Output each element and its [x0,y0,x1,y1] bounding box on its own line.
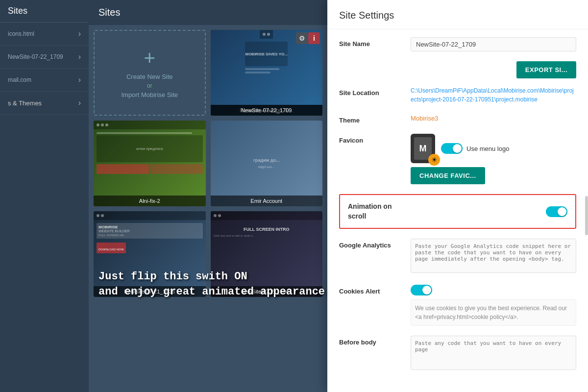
site-card-new1023[interactable]: MOBIRISE WEBSITE BUILDER FULL-SCREEN HE.… [94,211,206,297]
chevron-right-icon: › [78,75,81,84]
google-analytics-value [411,239,576,275]
theme-row: Theme Mobirise3 [339,114,576,124]
site-card-alni[interactable]: ални предлага Alni-fix-2 [94,121,206,206]
plus-icon: + [144,47,155,69]
google-analytics-input[interactable] [411,239,576,273]
sidebar-item-icons[interactable]: icons.html › [0,23,89,46]
sidebar-item-newsite[interactable]: NewSite-07-22_1709 › [0,46,89,69]
thumb-hero-text: MOBIRISE GIVES YO... [245,52,288,56]
site-location-value: C:\Users\DreamPiF\AppData\Local\Mobirise… [411,86,576,104]
toggle-knob [453,144,462,153]
site-name-field-label: Site Name [339,37,403,48]
scrollbar-thumb[interactable] [585,196,588,235]
theme-label: Theme [339,114,403,124]
sidebar-header: Sites [0,0,89,23]
site-name-row: Site Name [339,37,576,51]
site-name-input[interactable] [411,37,576,51]
emir-label-text: Emir Account [250,198,282,204]
cookies-toggle[interactable] [411,285,432,295]
chevron-right-icon: › [78,52,81,61]
site-location-path: C:\Users\DreamPiF\AppData\Local\Mobirise… [411,86,576,104]
new1047-card-label: NewSite-07-21_1047 [211,286,323,297]
emir-card-label: Emir Account [211,196,323,206]
settings-panel: Site Settings Site Name EXPORT SI... Sit… [327,0,588,392]
site-name-label: NewSite-07-22_1709 [211,105,323,116]
create-new-site-card[interactable]: + Create New Site or Import Mobirise Sit… [94,30,206,116]
site-name-text: NewSite-07-22_1709 [241,107,292,113]
sidebar-item-email-label: mail.com [8,76,31,83]
main-content: Sites + Create New Site or Import Mobiri… [89,0,327,392]
new1023-card-label: NewSite-07-21_1023 [94,286,206,297]
site-card-emir[interactable]: градим до... парт-ьо... Emir Account [211,121,323,206]
animation-label: Animation on scroll [348,202,412,221]
new1023-label-text: NewSite-07-21_1023 [124,289,175,294]
change-favicon-button[interactable]: CHANGE FAVIC... [411,167,485,184]
google-analytics-row: Google Analytics [339,239,576,275]
settings-title-text: Site Settings [339,10,394,21]
before-body-label: Before body [339,336,403,346]
before-body-row: Before body [339,336,576,372]
sidebar-item-themes-label: s & Themes [8,99,42,107]
import-label: Import Mobirise Site [121,91,178,98]
sidebar-item-themes[interactable]: s & Themes › [0,92,89,115]
new1047-label-text: NewSite-07-21_1047 [241,289,292,294]
sidebar-item-email[interactable]: mail.com › [0,69,89,92]
google-analytics-label: Google Analytics [339,239,403,249]
create-new-label: Create New Site [126,73,173,80]
animation-toggle-knob [558,207,566,216]
site-location-row: Site Location C:\Users\DreamPiF\AppData\… [339,86,576,104]
use-menu-logo-label: Use menu logo [466,145,509,152]
sidebar: Sites icons.html › NewSite-07-22_1709 › … [0,0,89,392]
gear-icon[interactable]: ⚙ [296,32,308,44]
or-label: or [147,82,152,89]
site-card-mobirise[interactable]: MOBIRISE GIVES YO... ⚙ i Rename, Favicon… [211,30,323,116]
alni-card-label: Alni-fix-2 [94,196,206,206]
favicon-phone: M ☀ [411,134,435,163]
export-site-button[interactable]: EXPORT SI... [516,61,576,78]
chevron-right-icon: › [78,29,81,38]
cookies-content: We use cookies to give you the best expe… [411,285,576,326]
cookies-toggle-knob [422,286,431,294]
favicon-label: Favicon [339,134,403,144]
sidebar-item-icons-label: icons.html [8,30,34,37]
sites-grid: + Create New Site or Import Mobirise Sit… [89,25,327,302]
cookies-alert-label: Cookies Alert [339,285,403,295]
main-header: Sites [89,0,327,25]
settings-title: Site Settings [327,0,588,29]
main-title: Sites [98,7,120,18]
export-row: EXPORT SI... [339,61,576,78]
animation-toggle[interactable] [546,206,567,217]
theme-value: Mobirise3 [411,114,576,122]
chevron-right-icon: › [78,98,81,107]
alni-label-text: Alni-fix-2 [139,198,160,204]
favicon-container: M ☀ Use menu logo [411,134,576,163]
favicon-sun-icon: ☀ [428,154,440,166]
sidebar-title: Sites [8,6,27,16]
favicon-value: M ☀ Use menu logo CHANGE FAVIC... [411,134,576,184]
favicon-row: Favicon M ☀ Use menu logo CHANGE FA [339,134,576,184]
site-location-label: Site Location [339,86,403,97]
animation-on-scroll-box: Animation on scroll [339,194,576,229]
site-name-value [411,37,576,51]
before-body-input[interactable] [411,336,576,370]
settings-body: Site Name EXPORT SI... Site Location C:\… [327,29,588,390]
cookies-alert-row: Cookies Alert We use cookies to give you… [339,285,576,326]
before-body-value [411,336,576,372]
use-menu-logo-row: Use menu logo [441,143,509,154]
sidebar-item-newsite-label: NewSite-07-22_1709 [8,53,63,60]
info-icon[interactable]: i [308,32,320,44]
theme-link[interactable]: Mobirise3 [411,115,438,122]
site-card-new1047[interactable]: FULL SCREEN INTRO Click any text to edit… [211,211,323,297]
cookies-text: We use cookies to give you the best expe… [411,299,576,326]
use-menu-logo-toggle[interactable] [441,143,463,154]
